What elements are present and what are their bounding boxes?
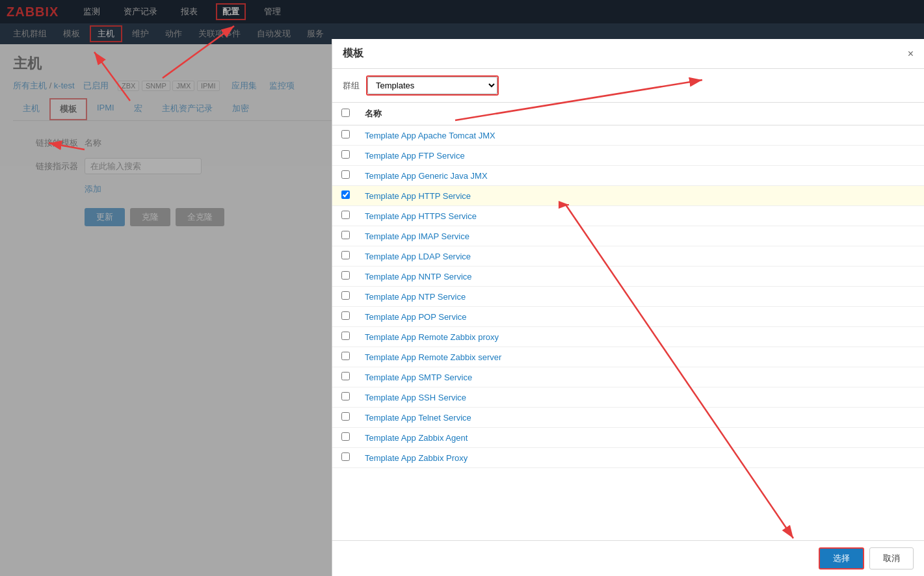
row-name-cell: Template App HTTP Service	[358, 186, 924, 206]
modal-close-button[interactable]: ×	[908, 48, 914, 60]
row-template-link[interactable]: Template App FTP Service	[365, 151, 465, 161]
template-list: 名称 Template App Apache Tomcat JMXTemplat…	[332, 103, 924, 252]
row-checkbox[interactable]	[341, 211, 350, 219]
modal-filter: 群组 Templates Linux servers Windows serve…	[332, 69, 924, 103]
group-filter-wrapper: Templates Linux servers Windows servers …	[366, 75, 499, 96]
row-name-cell: Template App HTTPS Service	[358, 206, 924, 226]
row-name-cell: Template App FTP Service	[358, 146, 924, 166]
row-checkbox[interactable]	[341, 150, 350, 159]
row-check-cell	[332, 186, 358, 206]
row-checkbox[interactable]	[341, 231, 350, 239]
table-row: Template App HTTPS Service	[332, 206, 924, 226]
row-template-link[interactable]: Template App LDAP Service	[365, 252, 471, 252]
row-name-cell: Template App Apache Tomcat JMX	[358, 125, 924, 146]
table-row: Template App HTTP Service	[332, 186, 924, 206]
select-all-checkbox[interactable]	[341, 109, 350, 117]
row-name-cell: Template App LDAP Service	[358, 246, 924, 252]
row-name-cell: Template App Generic Java JMX	[358, 166, 924, 186]
row-template-link[interactable]: Template App HTTP Service	[365, 191, 471, 201]
modal-header: 模板 ×	[332, 39, 924, 69]
row-check-cell	[332, 226, 358, 246]
table-row: Template App Apache Tomcat JMX	[332, 125, 924, 146]
row-name-cell: Template App IMAP Service	[358, 226, 924, 246]
row-check-cell	[332, 246, 358, 252]
row-checkbox[interactable]	[341, 170, 350, 179]
row-check-cell	[332, 146, 358, 166]
table-row: Template App IMAP Service	[332, 226, 924, 246]
row-template-link[interactable]: Template App Generic Java JMX	[365, 171, 488, 181]
row-check-cell	[332, 166, 358, 186]
row-checkbox[interactable]	[341, 130, 350, 138]
col-header-name: 名称	[358, 103, 924, 125]
row-template-link[interactable]: Template App IMAP Service	[365, 231, 469, 241]
row-check-cell	[332, 206, 358, 226]
row-template-link[interactable]: Template App Apache Tomcat JMX	[365, 131, 495, 140]
modal: 模板 × 群组 Templates Linux servers Windows …	[332, 39, 924, 252]
col-header-check	[332, 103, 358, 125]
modal-title: 模板	[343, 47, 363, 60]
group-filter-select[interactable]: Templates Linux servers Windows servers …	[367, 77, 497, 94]
table-row: Template App LDAP Service	[332, 246, 924, 252]
row-check-cell	[332, 125, 358, 146]
modal-body: 名称 Template App Apache Tomcat JMXTemplat…	[332, 103, 924, 252]
table-row: Template App FTP Service	[332, 146, 924, 166]
row-checkbox[interactable]	[341, 190, 350, 199]
row-template-link[interactable]: Template App HTTPS Service	[365, 211, 477, 221]
row-checkbox[interactable]	[341, 251, 350, 252]
group-filter-label: 群组	[343, 80, 360, 92]
table-row: Template App Generic Java JMX	[332, 166, 924, 186]
